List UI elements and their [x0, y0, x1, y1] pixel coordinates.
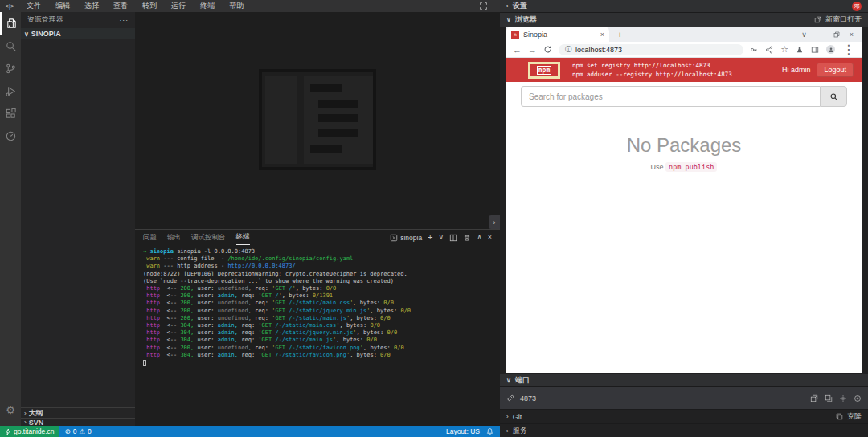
remote-indicator[interactable]: go.titanide.cn — [0, 426, 59, 437]
terminal-selector[interactable]: sinopia — [390, 234, 422, 242]
open-new-window-label: 新窗口打开 — [825, 14, 862, 25]
open-new-window-button[interactable]: 新窗口打开 — [814, 14, 862, 25]
stop-port-icon[interactable] — [854, 394, 862, 402]
greeting-label: Hi admin — [782, 66, 811, 74]
logout-button[interactable]: Logout — [817, 63, 854, 77]
npm-logo: npm — [528, 62, 560, 79]
close-tab-icon[interactable]: × — [600, 31, 604, 39]
services-label: 服务 — [513, 426, 527, 436]
bottom-panel: 问题 输出 调试控制台 终端 sinopia + ∨ ∧ × — [135, 229, 500, 426]
embedded-browser: n Sinopia × + ∨ — × ← → ⓘ localhost:4873 — [506, 27, 862, 373]
timer-icon[interactable] — [0, 125, 21, 147]
port-row-4873[interactable]: 4873 — [500, 386, 868, 409]
split-terminal-icon[interactable] — [449, 234, 457, 242]
minimize-window-icon[interactable]: — — [817, 31, 824, 39]
layout-indicator[interactable]: Layout: US — [446, 427, 480, 435]
terminal-line: http <-- 304, user: admin, req: 'GET /-/… — [143, 337, 500, 344]
remote-icon — [5, 428, 11, 435]
browser-tab-sinopia[interactable]: n Sinopia × — [506, 27, 609, 42]
explorer-icon[interactable] — [0, 12, 21, 35]
close-window-icon[interactable]: × — [850, 31, 854, 39]
cmd-adduser: npm adduser --registry http://localhost:… — [572, 70, 732, 79]
settings-section-header[interactable]: › 设置 邓 — [500, 0, 868, 12]
menu-item[interactable]: 终端 — [193, 1, 222, 11]
terminal-dropdown-icon[interactable]: ∨ — [439, 234, 444, 241]
browser-section-header[interactable]: ∨ 浏览器 新窗口打开 — [500, 12, 868, 27]
git-clone-button[interactable]: 克隆 — [836, 411, 862, 422]
menu-item[interactable]: 转到 — [135, 1, 164, 11]
terminal-line: http <-- 200, user: undefined, req: 'GET… — [143, 308, 500, 315]
panel-tab-bar: 问题 输出 调试控制台 终端 sinopia + ∨ ∧ × — [135, 230, 500, 245]
menu-item[interactable]: 编辑 — [48, 1, 77, 11]
new-tab-icon[interactable]: + — [617, 30, 622, 39]
open-in-browser-icon[interactable] — [810, 394, 818, 402]
profile-avatar-icon[interactable] — [826, 45, 835, 54]
services-section-header[interactable]: › 服务 — [500, 423, 868, 437]
address-bar[interactable]: ⓘ localhost:4873 — [559, 44, 743, 55]
maximize-panel-icon[interactable]: ∧ — [477, 234, 482, 241]
search-input[interactable] — [521, 86, 820, 107]
new-terminal-icon[interactable]: + — [428, 233, 432, 242]
terminal-output[interactable]: → sinopia sinopia -l 0.0.0.0:4873 warn -… — [135, 245, 500, 366]
explorer-title: 资源管理器 — [27, 15, 63, 25]
menu-bar: 文件编辑选择查看转到运行终端帮助 — [19, 1, 251, 11]
extension-flask-icon[interactable] — [796, 46, 804, 54]
forward-icon[interactable]: → — [528, 45, 537, 55]
fullscreen-icon[interactable] — [480, 2, 487, 10]
user-avatar[interactable]: 邓 — [852, 2, 862, 11]
svn-section[interactable]: › SVN — [21, 418, 135, 426]
terminal-line: http <-- 200, user: undefined, req: 'GET… — [143, 345, 500, 352]
terminal-line: http <-- 304, user: admin, req: 'GET /-/… — [143, 322, 500, 329]
empty-state-title: No Packages — [506, 134, 862, 157]
terminal-line: → sinopia sinopia -l 0.0.0.0:4873 — [143, 248, 500, 255]
password-key-icon[interactable] — [750, 46, 758, 54]
menu-item[interactable]: 运行 — [164, 1, 193, 11]
menu-item[interactable]: 帮助 — [222, 1, 251, 11]
tab-debug-console[interactable]: 调试控制台 — [191, 231, 226, 245]
problems-status[interactable]: ⊘ 0 ⚠ 0 — [59, 427, 97, 435]
panel-expand-button[interactable]: › — [489, 215, 500, 229]
terminal-line: http <-- 200, user: admin, req: 'GET /',… — [143, 292, 500, 300]
tab-search-chevron-icon[interactable]: ∨ — [801, 31, 807, 39]
settings-gear-icon[interactable]: ⚙ — [0, 404, 21, 416]
ports-section-header[interactable]: ∨ 端口 — [500, 374, 868, 386]
git-section-header[interactable]: › Git 克隆 — [500, 409, 868, 423]
tab-problems[interactable]: 问题 — [143, 231, 157, 245]
bookmark-star-icon[interactable]: ☆ — [780, 44, 788, 55]
menu-item[interactable]: 选择 — [77, 1, 106, 11]
search-button[interactable] — [820, 86, 847, 107]
sidepanel-icon[interactable] — [811, 46, 819, 54]
kill-terminal-icon[interactable] — [463, 234, 471, 242]
chevron-right-icon: › — [24, 419, 27, 426]
back-icon[interactable]: ← — [513, 45, 522, 55]
folder-sinopia[interactable]: ∨ SINOPIA — [21, 28, 135, 39]
menu-item[interactable]: 文件 — [19, 1, 48, 11]
outline-section[interactable]: › 大纲 — [21, 407, 135, 418]
tab-terminal[interactable]: 终端 — [236, 230, 250, 245]
extensions-icon[interactable] — [0, 102, 21, 125]
browser-menu-kebab-icon[interactable]: ⋮ — [842, 42, 855, 57]
port-settings-icon[interactable] — [839, 394, 847, 402]
tab-output[interactable]: 输出 — [167, 231, 181, 245]
more-actions-icon[interactable]: ··· — [120, 16, 129, 24]
close-panel-icon[interactable]: × — [488, 234, 492, 241]
source-control-icon[interactable] — [0, 57, 21, 80]
chevron-right-icon: › — [506, 413, 509, 420]
restore-window-icon[interactable] — [833, 31, 840, 38]
run-debug-icon[interactable] — [0, 80, 21, 102]
terminal-line: (Use `node --trace-deprecation ...` to s… — [143, 278, 500, 285]
notifications-bell-icon[interactable] — [486, 427, 493, 435]
menu-item[interactable]: 查看 — [106, 1, 135, 11]
chevron-right-icon: › — [506, 427, 509, 435]
error-icon: ⊘ — [65, 427, 71, 435]
preview-icon[interactable] — [825, 394, 833, 402]
terminal-cursor — [143, 359, 500, 366]
site-info-icon[interactable]: ⓘ — [565, 45, 571, 54]
chevron-down-icon: ∨ — [506, 16, 511, 23]
reload-icon[interactable] — [543, 45, 552, 54]
share-icon[interactable] — [765, 46, 773, 54]
clone-label: 克隆 — [847, 411, 862, 422]
search-icon[interactable] — [0, 35, 21, 57]
warning-count: 0 — [88, 427, 92, 435]
terminal-line: warn --- config file - /home/ide/.config… — [143, 255, 500, 263]
